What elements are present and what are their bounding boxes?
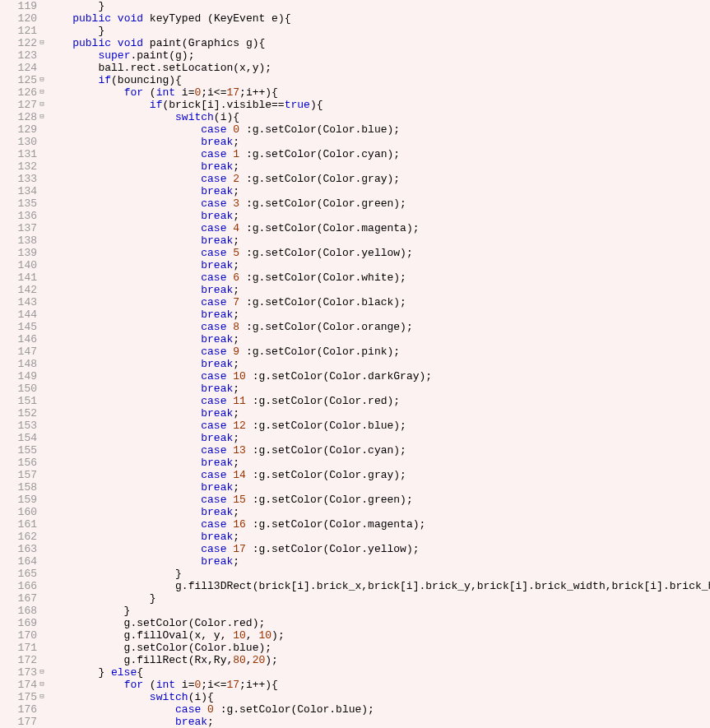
line-number: 137 — [0, 222, 37, 234]
fold-marker — [37, 259, 47, 271]
line-number: 167 — [0, 592, 37, 605]
fold-marker — [37, 568, 47, 580]
fold-marker — [37, 321, 47, 333]
code-line: switch(i){ — [47, 691, 710, 703]
line-number: 172 — [0, 654, 37, 666]
code-editor: 1191201211221231241251261271281291301311… — [0, 0, 710, 728]
fold-marker — [37, 345, 47, 358]
fold-marker — [37, 370, 47, 383]
code-area[interactable]: } public void keyTyped (KeyEvent e){ } p… — [47, 0, 710, 728]
code-line: } — [47, 605, 710, 617]
line-number: 171 — [0, 642, 37, 654]
fold-marker — [37, 506, 47, 518]
line-number: 122 — [0, 37, 37, 49]
fold-marker — [37, 49, 47, 62]
fold-marker[interactable]: ⊟ — [37, 99, 47, 111]
fold-gutter[interactable]: ⊟ ⊟⊟⊟⊟ ⊟⊟⊟ — [37, 0, 47, 728]
code-line: g.setColor(Color.red); — [47, 617, 710, 629]
fold-marker — [37, 222, 47, 234]
fold-marker[interactable]: ⊟ — [37, 679, 47, 691]
code-line: case 15 :g.setColor(Color.green); — [47, 494, 710, 506]
code-line: break; — [47, 234, 710, 247]
code-line: case 4 :g.setColor(Color.magenta); — [47, 222, 710, 234]
line-number: 157 — [0, 469, 37, 481]
line-number: 144 — [0, 308, 37, 321]
line-number: 165 — [0, 568, 37, 580]
fold-marker[interactable]: ⊟ — [37, 111, 47, 123]
fold-marker — [37, 592, 47, 605]
fold-marker[interactable]: ⊟ — [37, 691, 47, 703]
code-line: break; — [47, 407, 710, 420]
line-number: 121 — [0, 25, 37, 37]
code-line: g.setColor(Color.blue); — [47, 642, 710, 654]
fold-marker — [37, 123, 47, 136]
code-line: } else{ — [47, 666, 710, 679]
fold-marker — [37, 173, 47, 185]
fold-marker — [37, 383, 47, 395]
line-number: 153 — [0, 420, 37, 432]
code-line: break; — [47, 555, 710, 568]
line-number: 154 — [0, 432, 37, 444]
fold-marker[interactable]: ⊟ — [37, 86, 47, 99]
code-line: break; — [47, 716, 710, 728]
fold-marker — [37, 148, 47, 160]
code-line: break; — [47, 136, 710, 148]
line-number: 168 — [0, 605, 37, 617]
fold-marker[interactable]: ⊟ — [37, 74, 47, 86]
line-number: 175 — [0, 691, 37, 703]
line-number: 158 — [0, 481, 37, 494]
code-line: case 12 :g.setColor(Color.blue); — [47, 420, 710, 432]
fold-marker — [37, 62, 47, 74]
code-line: for (int i=0;i<=17;i++){ — [47, 86, 710, 99]
fold-marker — [37, 642, 47, 654]
line-number: 128 — [0, 111, 37, 123]
code-line: case 3 :g.setColor(Color.green); — [47, 197, 710, 210]
code-line: public void paint(Graphics g){ — [47, 37, 710, 49]
line-number: 164 — [0, 555, 37, 568]
code-line: break; — [47, 210, 710, 222]
line-number: 130 — [0, 136, 37, 148]
fold-marker[interactable]: ⊟ — [37, 37, 47, 49]
code-line: break; — [47, 308, 710, 321]
code-line: case 9 :g.setColor(Color.pink); — [47, 345, 710, 358]
code-line: } — [47, 25, 710, 37]
line-number: 160 — [0, 506, 37, 518]
code-line: switch(i){ — [47, 111, 710, 123]
fold-marker — [37, 284, 47, 296]
line-number: 152 — [0, 407, 37, 420]
code-line: case 5 :g.setColor(Color.yellow); — [47, 247, 710, 259]
code-line: break; — [47, 481, 710, 494]
code-line: for (int i=0;i<=17;i++){ — [47, 679, 710, 691]
line-number: 163 — [0, 543, 37, 555]
line-number: 150 — [0, 383, 37, 395]
fold-marker — [37, 308, 47, 321]
line-number: 159 — [0, 494, 37, 506]
line-number: 125 — [0, 74, 37, 86]
line-number: 119 — [0, 0, 37, 12]
fold-marker — [37, 629, 47, 642]
fold-marker — [37, 271, 47, 284]
fold-marker — [37, 716, 47, 728]
code-line: public void keyTyped (KeyEvent e){ — [47, 12, 710, 25]
line-number: 166 — [0, 580, 37, 592]
code-line: break; — [47, 259, 710, 271]
fold-marker — [37, 420, 47, 432]
code-line: case 8 :g.setColor(Color.orange); — [47, 321, 710, 333]
fold-marker[interactable]: ⊟ — [37, 666, 47, 679]
fold-marker — [37, 333, 47, 345]
fold-marker — [37, 358, 47, 370]
fold-marker — [37, 481, 47, 494]
fold-marker — [37, 197, 47, 210]
fold-marker — [37, 518, 47, 531]
line-number: 146 — [0, 333, 37, 345]
line-number: 135 — [0, 197, 37, 210]
code-line: case 0 :g.setColor(Color.blue); — [47, 703, 710, 716]
fold-marker — [37, 25, 47, 37]
code-line: if(bouncing){ — [47, 74, 710, 86]
line-number: 162 — [0, 531, 37, 543]
code-line: break; — [47, 383, 710, 395]
code-line: break; — [47, 358, 710, 370]
code-line: super.paint(g); — [47, 49, 710, 62]
line-number: 145 — [0, 321, 37, 333]
line-number: 151 — [0, 395, 37, 407]
